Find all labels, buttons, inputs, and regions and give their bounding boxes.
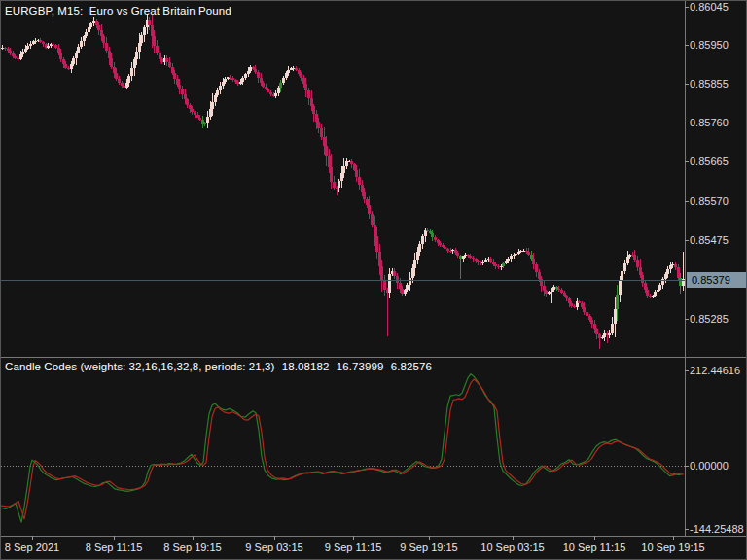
current-price-label: 0.85379	[687, 272, 746, 288]
time-axis-label: 8 Sep 19:15	[152, 542, 233, 553]
price-axis-label: 0.85665	[690, 156, 729, 167]
time-axis-label: 9 Sep 03:15	[233, 542, 315, 553]
price-axis-label: 0.85475	[690, 234, 729, 246]
price-axis-label: 212.44616	[690, 365, 740, 376]
price-axis-label: 0.85285	[690, 313, 729, 325]
price-panel[interactable]	[1, 1, 685, 357]
indicator-title: Candle Codes (weights: 32,16,16,32,8, pe…	[5, 361, 432, 372]
mt5-chart-window: EURGBP, M15: Euro vs Great Britain Pound…	[0, 0, 747, 560]
time-axis-label: 10 Sep 03:15	[472, 542, 553, 553]
price-axis-label: 0.85760	[690, 117, 729, 128]
time-axis-label: 10 Sep 11:15	[553, 542, 635, 553]
time-axis-label: 9 Sep 19:15	[388, 542, 470, 553]
price-axis-label: 0.86045	[690, 1, 729, 13]
time-axis-label: 9 Sep 11:15	[312, 542, 394, 553]
time-axis-label: 10 Sep 19:15	[632, 542, 714, 553]
chart-title: EURGBP, M15: Euro vs Great Britain Pound	[5, 5, 231, 17]
indicator-panel[interactable]	[1, 358, 685, 536]
time-axis-label: 8 Sep 11:15	[73, 542, 155, 553]
price-axis-label: 0.85570	[690, 195, 729, 207]
price-axis-label: 0.00000	[690, 460, 729, 472]
price-axis-label: 0.85950	[690, 39, 729, 51]
price-axis-label: 0.85855	[690, 78, 729, 89]
time-axis-label: 8 Sep 2021	[0, 542, 73, 553]
price-axis-label: -144.25488	[690, 523, 744, 535]
